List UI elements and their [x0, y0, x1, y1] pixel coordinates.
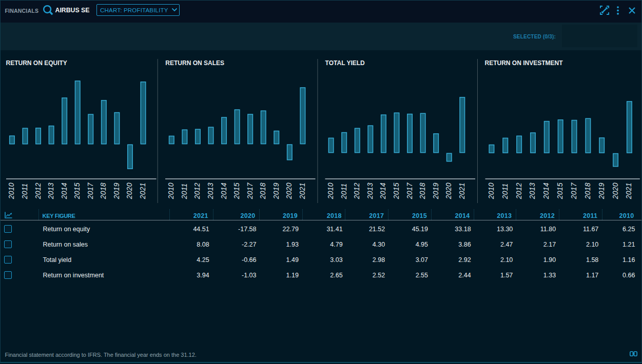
svg-text:2010: 2010 — [487, 183, 495, 199]
svg-text:2019: 2019 — [112, 183, 121, 199]
svg-text:2014: 2014 — [60, 183, 68, 199]
svg-text:2015: 2015 — [73, 183, 81, 199]
svg-text:2020: 2020 — [285, 183, 293, 199]
svg-text:2015: 2015 — [232, 183, 241, 199]
svg-text:2012: 2012 — [34, 183, 42, 199]
svg-text:2019: 2019 — [272, 183, 280, 199]
svg-text:2021: 2021 — [139, 183, 147, 199]
svg-text:2012: 2012 — [353, 183, 361, 199]
svg-text:2011: 2011 — [21, 183, 29, 199]
svg-text:2013: 2013 — [366, 183, 374, 199]
svg-text:2014: 2014 — [220, 183, 228, 199]
svg-text:2011: 2011 — [340, 183, 348, 199]
svg-text:2010: 2010 — [326, 183, 335, 199]
svg-text:2021: 2021 — [298, 183, 306, 199]
svg-text:2014: 2014 — [542, 183, 550, 199]
svg-text:2014: 2014 — [379, 183, 387, 199]
svg-text:2011: 2011 — [501, 183, 509, 199]
svg-text:2019: 2019 — [432, 183, 440, 199]
svg-text:2020: 2020 — [444, 183, 453, 199]
svg-text:2013: 2013 — [529, 183, 537, 199]
svg-text:2017: 2017 — [86, 182, 94, 199]
svg-text:2015: 2015 — [556, 183, 564, 199]
svg-text:2021: 2021 — [625, 183, 633, 199]
svg-text:2017: 2017 — [405, 182, 414, 199]
svg-text:2015: 2015 — [392, 183, 400, 199]
svg-text:2013: 2013 — [47, 183, 55, 199]
svg-text:2012: 2012 — [193, 183, 202, 199]
svg-text:2017: 2017 — [246, 182, 254, 199]
svg-text:2019: 2019 — [597, 183, 606, 199]
svg-text:2020: 2020 — [611, 183, 619, 199]
svg-text:2011: 2011 — [180, 183, 188, 199]
svg-text:2018: 2018 — [99, 183, 107, 199]
svg-text:2018: 2018 — [259, 183, 267, 199]
svg-text:2010: 2010 — [167, 183, 175, 199]
svg-text:2013: 2013 — [206, 183, 215, 199]
svg-text:2021: 2021 — [458, 183, 466, 199]
svg-text:2010: 2010 — [8, 183, 16, 199]
svg-text:2018: 2018 — [418, 183, 426, 199]
svg-text:2020: 2020 — [126, 183, 134, 199]
svg-text:2012: 2012 — [515, 183, 523, 199]
svg-text:2018: 2018 — [583, 183, 592, 199]
svg-text:2017: 2017 — [570, 182, 578, 199]
